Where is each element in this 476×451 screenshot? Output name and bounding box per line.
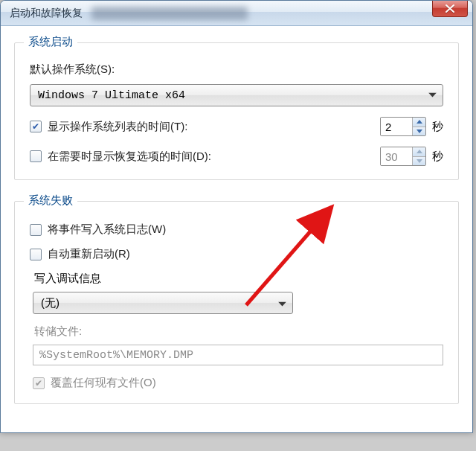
group-system-failure: 系统失败 将事件写入系统日志(W) 自动重新启动(R) 写入调试信息 (无) 转… bbox=[14, 201, 459, 404]
spin-down-button[interactable] bbox=[413, 127, 425, 136]
debug-info-section: 写入调试信息 (无) 转储文件: 覆盖任何现有文件(O) bbox=[30, 272, 443, 390]
spinner-buttons bbox=[412, 147, 425, 165]
title-blurred-text bbox=[91, 7, 248, 20]
show-recovery-value bbox=[381, 147, 412, 165]
titlebar: 启动和故障恢复 bbox=[1, 1, 472, 26]
chevron-down-icon bbox=[428, 89, 437, 102]
spin-down-button bbox=[413, 156, 425, 166]
chevron-down-icon bbox=[278, 297, 286, 310]
auto-restart-checkbox[interactable] bbox=[30, 249, 42, 260]
show-os-list-spinner[interactable] bbox=[380, 117, 426, 136]
default-os-dropdown[interactable]: Windows 7 Ultimate x64 bbox=[30, 84, 443, 106]
spin-up-button[interactable] bbox=[413, 118, 425, 127]
group-title-startup: 系统启动 bbox=[24, 35, 77, 49]
auto-restart-row: 自动重新启动(R) bbox=[30, 247, 443, 261]
show-recovery-spinner bbox=[380, 147, 426, 166]
write-event-checkbox[interactable] bbox=[30, 224, 42, 236]
show-recovery-unit: 秒 bbox=[432, 150, 443, 164]
show-os-list-label[interactable]: 显示操作系统列表的时间(T): bbox=[48, 120, 374, 134]
show-recovery-checkbox[interactable] bbox=[30, 150, 42, 162]
debug-info-value: (无) bbox=[41, 296, 60, 310]
dialog-content: 系统启动 默认操作系统(S): Windows 7 Ultimate x64 显… bbox=[1, 26, 472, 432]
write-event-row: 将事件写入系统日志(W) bbox=[30, 223, 443, 237]
debug-info-label: 写入调试信息 bbox=[34, 272, 443, 286]
default-os-label: 默认操作系统(S): bbox=[30, 63, 443, 77]
auto-restart-label[interactable]: 自动重新启动(R) bbox=[48, 247, 443, 261]
group-title-failure: 系统失败 bbox=[24, 193, 77, 208]
overwrite-row: 覆盖任何现有文件(O) bbox=[33, 376, 443, 390]
show-recovery-label[interactable]: 在需要时显示恢复选项的时间(D): bbox=[48, 150, 374, 164]
show-os-list-unit: 秒 bbox=[432, 120, 443, 134]
default-os-value: Windows 7 Ultimate x64 bbox=[38, 89, 185, 102]
dump-file-label: 转储文件: bbox=[34, 324, 443, 339]
show-recovery-row: 在需要时显示恢复选项的时间(D): 秒 bbox=[30, 147, 443, 166]
show-os-list-checkbox[interactable] bbox=[30, 121, 42, 132]
close-icon bbox=[446, 4, 454, 13]
close-button[interactable] bbox=[432, 1, 468, 17]
spinner-buttons bbox=[412, 118, 425, 135]
window-title: 启动和故障恢复 bbox=[10, 7, 83, 20]
write-event-label[interactable]: 将事件写入系统日志(W) bbox=[48, 223, 443, 237]
dialog-window: 启动和故障恢复 系统启动 默认操作系统(S): Windows 7 Ultima… bbox=[0, 0, 473, 433]
spin-up-button bbox=[413, 147, 425, 156]
debug-info-dropdown[interactable]: (无) bbox=[33, 292, 293, 314]
overwrite-checkbox bbox=[33, 377, 45, 389]
overwrite-label: 覆盖任何现有文件(O) bbox=[51, 376, 443, 390]
dump-file-field bbox=[33, 345, 443, 365]
show-os-list-row: 显示操作系统列表的时间(T): 秒 bbox=[30, 117, 443, 136]
group-system-startup: 系统启动 默认操作系统(S): Windows 7 Ultimate x64 显… bbox=[14, 42, 459, 180]
show-os-list-value[interactable] bbox=[381, 118, 412, 135]
